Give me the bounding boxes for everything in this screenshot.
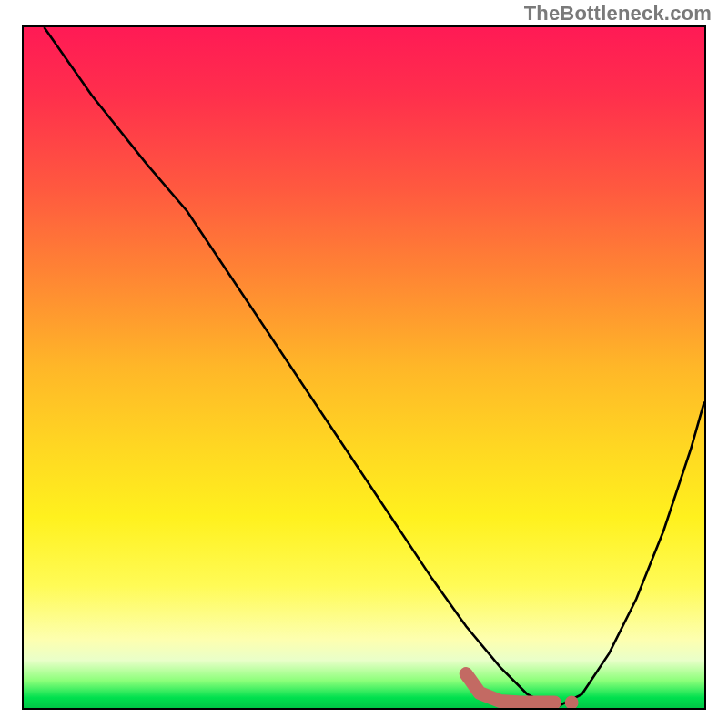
- chart-svg: [24, 27, 704, 708]
- bottleneck-curve: [44, 27, 704, 708]
- watermark-text: TheBottleneck.com: [524, 2, 712, 25]
- plot-area: [22, 25, 706, 710]
- chart-frame: TheBottleneck.com: [0, 0, 728, 728]
